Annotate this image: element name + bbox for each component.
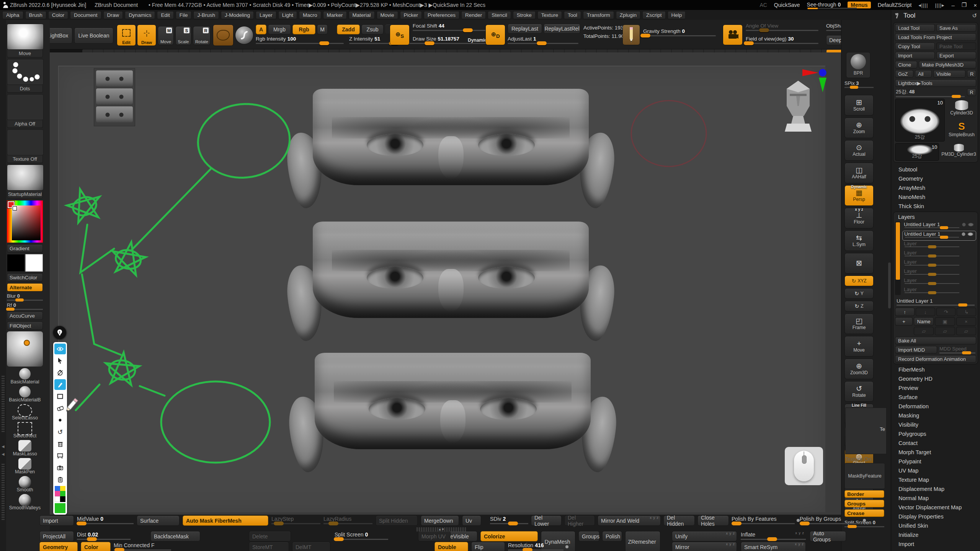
- tray-thumbnail[interactable]: [7, 94, 44, 120]
- bottom-bar-control[interactable]: Smart ReSym: [741, 542, 806, 551]
- edit-button[interactable]: Edit: [117, 24, 136, 46]
- tray-collapse-icon[interactable]: ◄: [1, 452, 5, 457]
- menu-item[interactable]: Help: [668, 11, 686, 19]
- mrgb-toggle[interactable]: Mrgb: [268, 24, 291, 34]
- goz-button[interactable]: GoZ: [895, 70, 913, 78]
- tray-item[interactable]: MaskLasso: [7, 440, 43, 456]
- layer-row[interactable]: Untitled Layer 1: [902, 222, 976, 231]
- slider-track[interactable]: [490, 523, 528, 524]
- slider-track[interactable]: [77, 539, 131, 540]
- brush-size-dot-icon[interactable]: [54, 415, 66, 425]
- bottom-bar-control[interactable]: Delete: [249, 531, 291, 541]
- tray-item[interactable]: BasicMaterial: [7, 368, 43, 385]
- layer-intensity-slider[interactable]: [905, 283, 959, 284]
- bottom-bar-control[interactable]: ZRemesher: [625, 531, 660, 551]
- alternate-button[interactable]: Alternate: [7, 283, 43, 292]
- color-swatches[interactable]: [7, 254, 43, 272]
- menu-item[interactable]: Marker: [323, 11, 347, 19]
- slider-track[interactable]: [741, 539, 806, 540]
- gravity-pencil-tile[interactable]: [622, 24, 640, 45]
- tool-slot[interactable]: Cylinder3D: [947, 99, 976, 119]
- rgb-intensity-slider[interactable]: Rgb Intensity100: [256, 36, 344, 44]
- tool-section-header[interactable]: ArrayMesh: [893, 183, 978, 192]
- menu-item[interactable]: Light: [278, 11, 297, 19]
- saturation-value-square[interactable]: [12, 205, 41, 240]
- layer-row[interactable]: Layer: [902, 277, 976, 287]
- switch-color-button[interactable]: SwitchColor: [7, 273, 43, 282]
- tray-item[interactable]: Texture Off: [7, 129, 43, 163]
- tray-item[interactable]: BasicMaterialB: [7, 386, 43, 403]
- blur-slider[interactable]: Blur 0: [7, 293, 43, 301]
- slider-track[interactable]: [800, 523, 861, 524]
- rgb-toggle[interactable]: Rgb: [292, 24, 315, 34]
- menu-item[interactable]: Render: [461, 11, 486, 19]
- tool-section-header[interactable]: NanoMesh: [893, 192, 978, 202]
- goz-all-button[interactable]: All: [915, 70, 932, 78]
- tool-slot[interactable]: S SimpleBrush: [947, 121, 976, 141]
- bottom-bar-control[interactable]: Split Screen0: [335, 531, 388, 541]
- menu-item[interactable]: Alpha: [2, 11, 23, 19]
- import-mdd-button[interactable]: Import MDD: [895, 346, 937, 354]
- layer-name-button[interactable]: Name: [914, 317, 934, 326]
- bottom-bar-control[interactable]: BackfaceMask: [150, 531, 200, 541]
- replay-last-button[interactable]: ReplayLast: [508, 24, 542, 34]
- tool-section-header[interactable]: Surface: [893, 393, 978, 402]
- menu-item[interactable]: Transform: [583, 11, 614, 19]
- tool-section-header[interactable]: Texture Map: [893, 475, 978, 484]
- tool-section-header[interactable]: Geometry: [893, 174, 978, 183]
- palette-grip[interactable]: ▲▼: [416, 527, 466, 531]
- slider-handle[interactable]: [523, 548, 532, 551]
- bottom-bar-control[interactable]: MergeDown: [421, 515, 459, 526]
- quicksave-button[interactable]: QuickSave: [774, 2, 800, 8]
- tray-thumbnail[interactable]: [7, 129, 44, 155]
- groups-button[interactable]: Groups: [844, 500, 884, 507]
- right-shelf-button[interactable]: Dynamic ▦ Persp: [844, 185, 874, 206]
- bottom-bar-control[interactable]: Morph UV: [418, 531, 451, 541]
- slider-handle[interactable]: [800, 522, 810, 525]
- accucurve-button[interactable]: AccuCurve: [7, 311, 43, 320]
- tray-scroll-dots[interactable]: [2, 464, 5, 521]
- bottom-bar-control[interactable]: Import: [39, 515, 74, 526]
- slider-handle[interactable]: [334, 537, 344, 541]
- layer-merge-button[interactable]: ▱: [914, 327, 934, 335]
- move-button[interactable]: M Move: [158, 26, 174, 45]
- tray-item[interactable]: Dots: [7, 59, 43, 93]
- tool-section-header[interactable]: Subtool: [893, 165, 978, 174]
- tray-thumbnail[interactable]: [7, 24, 44, 50]
- tool-section-header[interactable]: Polygroups: [893, 429, 978, 439]
- menu-item[interactable]: Tool: [564, 11, 581, 19]
- tool-name-slider[interactable]: 25강. 48: [895, 88, 965, 97]
- slider-handle[interactable]: [328, 522, 338, 525]
- tray-scroll-dots[interactable]: [2, 376, 5, 433]
- close-button[interactable]: ×: [973, 2, 977, 8]
- layer-row[interactable]: Layer: [902, 268, 976, 277]
- slider-track[interactable]: [323, 523, 372, 524]
- menu-item[interactable]: Stencil: [488, 11, 511, 19]
- layer-redo-all-button[interactable]: ↳: [957, 308, 976, 316]
- menu-item[interactable]: Picker: [400, 11, 422, 19]
- right-shelf-button[interactable]: ↻ Z: [844, 301, 874, 311]
- bottom-bar-control[interactable]: LazyStep: [271, 515, 320, 526]
- right-shelf-button[interactable]: ↺ Rotate: [844, 381, 874, 402]
- tray-thumbnail[interactable]: [7, 59, 44, 85]
- border-button[interactable]: Border: [844, 490, 884, 498]
- see-through-slider[interactable]: See-through 0: [807, 2, 841, 8]
- new-layer-button[interactable]: +: [895, 317, 913, 326]
- bottom-bar-control[interactable]: Inflate: [741, 531, 806, 541]
- layer-record-eye-icons[interactable]: [962, 223, 975, 227]
- mask-by-feature-button[interactable]: MaskByFeature: [844, 463, 885, 489]
- menu-item[interactable]: Edit: [157, 11, 173, 19]
- layer-row[interactable]: Layer: [902, 250, 976, 259]
- visibility-eye-icon[interactable]: [54, 344, 66, 354]
- angle-of-view-slider[interactable]: Angle Of View: [746, 23, 818, 31]
- right-shelf-button[interactable]: x y z ⊥ Floor: [844, 208, 874, 228]
- tool-section-header[interactable]: Geometry HD: [893, 374, 978, 383]
- tray-item[interactable]: SmoothValleys: [7, 494, 43, 510]
- bottom-bar-control[interactable]: Surface: [137, 515, 180, 526]
- load-tool-button[interactable]: Load Tool: [895, 24, 935, 32]
- draw-button[interactable]: -¦- Draw: [137, 24, 156, 46]
- adjust-last-slider[interactable]: AdjustLast1: [508, 36, 578, 44]
- bpr-button[interactable]: BPR: [846, 52, 871, 78]
- stroke-settings-tile[interactable]: ⊕S: [390, 24, 410, 45]
- slider-track[interactable]: [77, 523, 134, 524]
